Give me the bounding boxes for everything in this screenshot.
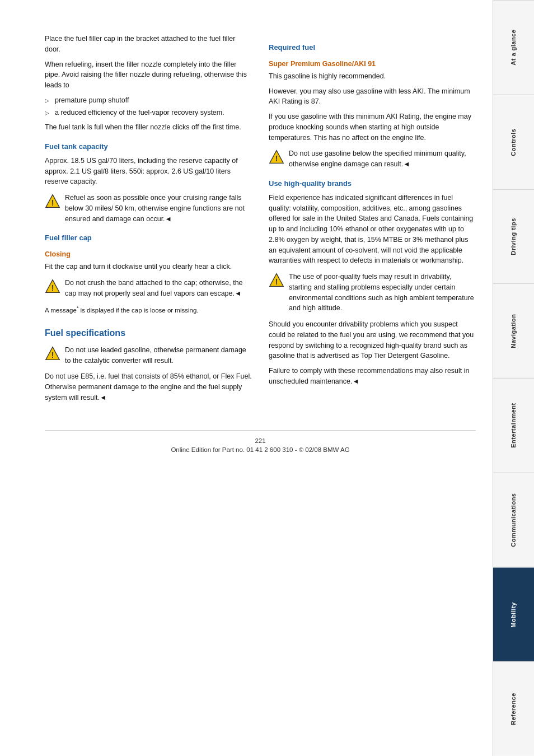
fuel-tank-capacity-title: Fuel tank capacity: [45, 142, 252, 152]
intro-p3: The fuel tank is full when the filler no…: [45, 122, 252, 133]
page-number: 221: [45, 436, 476, 446]
closing-p1: Fit the cap and turn it clockwise until …: [45, 262, 252, 272]
use-high-quality-p2: Should you encounter drivability problem…: [269, 319, 476, 361]
warning-fuel-specs-text: Do not use leaded gasoline, otherwise pe…: [65, 345, 252, 366]
sidebar-tab-at-a-glance[interactable]: At a glance: [493, 0, 534, 95]
warning-high-quality: ! The use of poor-quality fuels may resu…: [269, 272, 476, 314]
page-wrapper: Place the fuel filler cap in the bracket…: [0, 0, 534, 756]
bullet-item-1: premature pump shutoff: [45, 95, 252, 106]
superscript-star: *: [77, 305, 79, 311]
bullet-item-2: a reduced efficiency of the fuel-vapor r…: [45, 108, 252, 118]
warning-triangle-icon-3: !: [45, 346, 60, 361]
warning-closing-text: Do not crush the band attached to the ca…: [65, 278, 252, 299]
warning-super-premium-text: Do not use gasoline below the specified …: [289, 148, 476, 170]
fuel-specs-title: Fuel specifications: [45, 326, 252, 339]
warning-triangle-icon: !: [45, 193, 60, 209]
end-mark-high-quality: ◄: [352, 377, 359, 385]
end-mark-super-premium: ◄: [403, 160, 410, 168]
svg-text:!: !: [51, 283, 54, 292]
warning-super-premium: ! Do not use gasoline below the specifie…: [269, 148, 476, 170]
end-mark-fuel-specs: ◄: [100, 394, 106, 402]
super-premium-p3: If you use gasoline with this minimum AK…: [269, 111, 476, 143]
footnote: A message* is displayed if the cap is lo…: [45, 305, 252, 315]
use-high-quality-p3: Failure to comply with these recommendat…: [269, 366, 476, 387]
page-footer: 221 Online Edition for Part no. 01 41 2 …: [45, 430, 476, 455]
sidebar-tab-communications[interactable]: Communications: [493, 473, 534, 567]
fuel-tank-capacity-p1: Approx. 18.5 US gal/70 liters, including…: [45, 156, 252, 187]
warning-fuel-tank: ! Refuel as soon as possible once your c…: [45, 193, 252, 224]
required-fuel-title: Required fuel: [269, 43, 476, 53]
sidebar: At a glance Controls Driving tips Naviga…: [493, 0, 534, 756]
svg-text:!: !: [275, 154, 278, 163]
left-column: Place the fuel filler cap in the bracket…: [45, 34, 252, 408]
end-mark-closing: ◄: [235, 290, 241, 297]
two-column-layout: Place the fuel filler cap in the bracket…: [45, 34, 476, 408]
warning-fuel-specs: ! Do not use leaded gasoline, otherwise …: [45, 345, 252, 366]
sidebar-tab-driving-tips[interactable]: Driving tips: [493, 189, 534, 284]
intro-p2: When refueling, insert the filler nozzle…: [45, 59, 252, 91]
right-column: Required fuel Super Premium Gasoline/AKI…: [269, 34, 476, 408]
main-content: Place the fuel filler cap in the bracket…: [0, 0, 493, 756]
sidebar-tab-controls[interactable]: Controls: [493, 95, 534, 189]
intro-p1: Place the fuel filler cap in the bracket…: [45, 34, 252, 55]
warning-triangle-icon-4: !: [269, 149, 284, 165]
fuel-filler-cap-title: Fuel filler cap: [45, 233, 252, 244]
use-high-quality-title: Use high-quality brands: [269, 179, 476, 189]
use-high-quality-p1: Field experience has indicated significa…: [269, 193, 476, 266]
svg-text:!: !: [51, 351, 54, 360]
warning-triangle-icon-5: !: [269, 272, 284, 288]
sidebar-tab-reference[interactable]: Reference: [493, 661, 534, 756]
warning-triangle-icon-2: !: [45, 278, 60, 294]
svg-text:!: !: [51, 198, 54, 207]
sidebar-tab-navigation[interactable]: Navigation: [493, 283, 534, 378]
sidebar-tab-mobility[interactable]: Mobility: [493, 567, 534, 662]
fuel-specs-p1: Do not use E85, i.e. fuel that consists …: [45, 371, 252, 403]
warning-fuel-tank-text: Refuel as soon as possible once your cru…: [65, 193, 252, 224]
sidebar-tab-entertainment[interactable]: Entertainment: [493, 378, 534, 473]
svg-text:!: !: [275, 277, 278, 286]
copyright-text: Online Edition for Part no. 01 41 2 600 …: [45, 445, 476, 455]
bullet-list: premature pump shutoff a reduced efficie…: [45, 95, 252, 118]
super-premium-title: Super Premium Gasoline/AKI 91: [269, 59, 476, 69]
end-mark-fuel-tank: ◄: [165, 215, 172, 223]
warning-high-quality-text: The use of poor-quality fuels may result…: [289, 272, 476, 314]
closing-title: Closing: [45, 249, 252, 259]
super-premium-p2: However, you may also use gasoline with …: [269, 86, 476, 108]
super-premium-p1: This gasoline is highly recommended.: [269, 71, 476, 82]
warning-closing: ! Do not crush the band attached to the …: [45, 278, 252, 299]
